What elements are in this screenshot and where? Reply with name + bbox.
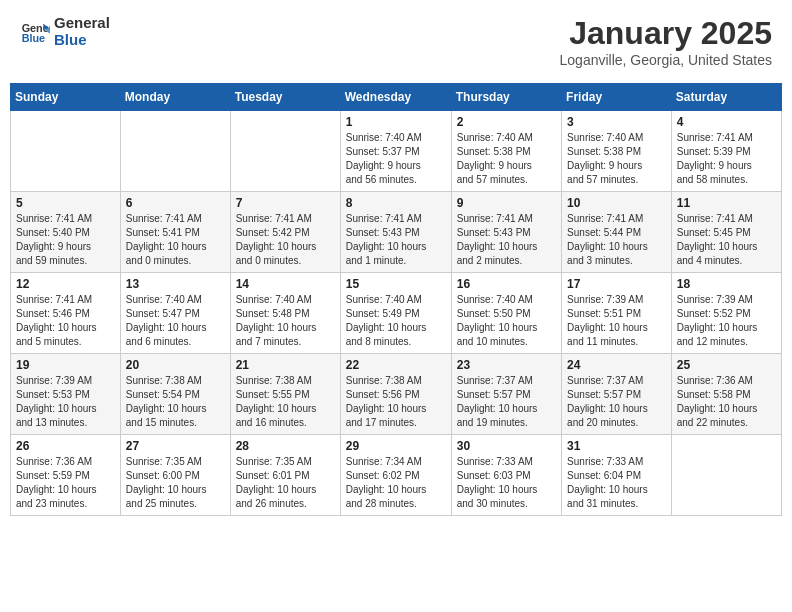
calendar-cell: 7Sunrise: 7:41 AMSunset: 5:42 PMDaylight… [230, 192, 340, 273]
calendar-cell [671, 435, 781, 516]
day-number: 9 [457, 196, 556, 210]
calendar-cell: 8Sunrise: 7:41 AMSunset: 5:43 PMDaylight… [340, 192, 451, 273]
day-info: Sunrise: 7:40 AMSunset: 5:48 PMDaylight:… [236, 293, 335, 349]
weekday-header-friday: Friday [562, 84, 672, 111]
calendar-cell: 29Sunrise: 7:34 AMSunset: 6:02 PMDayligh… [340, 435, 451, 516]
day-number: 24 [567, 358, 666, 372]
day-info: Sunrise: 7:41 AMSunset: 5:42 PMDaylight:… [236, 212, 335, 268]
day-info: Sunrise: 7:40 AMSunset: 5:49 PMDaylight:… [346, 293, 446, 349]
day-info: Sunrise: 7:36 AMSunset: 5:58 PMDaylight:… [677, 374, 776, 430]
day-info: Sunrise: 7:40 AMSunset: 5:38 PMDaylight:… [457, 131, 556, 187]
day-info: Sunrise: 7:34 AMSunset: 6:02 PMDaylight:… [346, 455, 446, 511]
day-number: 19 [16, 358, 115, 372]
calendar-cell: 3Sunrise: 7:40 AMSunset: 5:38 PMDaylight… [562, 111, 672, 192]
calendar-cell: 30Sunrise: 7:33 AMSunset: 6:03 PMDayligh… [451, 435, 561, 516]
day-number: 6 [126, 196, 225, 210]
calendar-cell: 23Sunrise: 7:37 AMSunset: 5:57 PMDayligh… [451, 354, 561, 435]
calendar-cell: 11Sunrise: 7:41 AMSunset: 5:45 PMDayligh… [671, 192, 781, 273]
calendar-cell: 26Sunrise: 7:36 AMSunset: 5:59 PMDayligh… [11, 435, 121, 516]
calendar-week-4: 19Sunrise: 7:39 AMSunset: 5:53 PMDayligh… [11, 354, 782, 435]
day-info: Sunrise: 7:40 AMSunset: 5:37 PMDaylight:… [346, 131, 446, 187]
day-number: 7 [236, 196, 335, 210]
calendar-cell: 4Sunrise: 7:41 AMSunset: 5:39 PMDaylight… [671, 111, 781, 192]
logo-general: General [54, 15, 110, 32]
calendar-cell: 19Sunrise: 7:39 AMSunset: 5:53 PMDayligh… [11, 354, 121, 435]
calendar-cell: 21Sunrise: 7:38 AMSunset: 5:55 PMDayligh… [230, 354, 340, 435]
calendar-cell: 20Sunrise: 7:38 AMSunset: 5:54 PMDayligh… [120, 354, 230, 435]
calendar-week-1: 1Sunrise: 7:40 AMSunset: 5:37 PMDaylight… [11, 111, 782, 192]
day-number: 18 [677, 277, 776, 291]
calendar-cell: 14Sunrise: 7:40 AMSunset: 5:48 PMDayligh… [230, 273, 340, 354]
location-title: Loganville, Georgia, United States [560, 52, 772, 68]
weekday-header-saturday: Saturday [671, 84, 781, 111]
logo-blue: Blue [54, 32, 110, 49]
calendar-cell: 22Sunrise: 7:38 AMSunset: 5:56 PMDayligh… [340, 354, 451, 435]
day-number: 16 [457, 277, 556, 291]
day-info: Sunrise: 7:33 AMSunset: 6:03 PMDaylight:… [457, 455, 556, 511]
day-info: Sunrise: 7:40 AMSunset: 5:38 PMDaylight:… [567, 131, 666, 187]
day-number: 14 [236, 277, 335, 291]
day-info: Sunrise: 7:41 AMSunset: 5:41 PMDaylight:… [126, 212, 225, 268]
calendar-cell: 18Sunrise: 7:39 AMSunset: 5:52 PMDayligh… [671, 273, 781, 354]
day-info: Sunrise: 7:39 AMSunset: 5:52 PMDaylight:… [677, 293, 776, 349]
day-number: 23 [457, 358, 556, 372]
weekday-header-sunday: Sunday [11, 84, 121, 111]
calendar-cell: 15Sunrise: 7:40 AMSunset: 5:49 PMDayligh… [340, 273, 451, 354]
day-info: Sunrise: 7:38 AMSunset: 5:55 PMDaylight:… [236, 374, 335, 430]
day-number: 21 [236, 358, 335, 372]
day-number: 4 [677, 115, 776, 129]
calendar-cell: 27Sunrise: 7:35 AMSunset: 6:00 PMDayligh… [120, 435, 230, 516]
page-header: General Blue General Blue January 2025 L… [10, 10, 782, 73]
day-number: 25 [677, 358, 776, 372]
calendar-cell [120, 111, 230, 192]
weekday-header-thursday: Thursday [451, 84, 561, 111]
calendar-cell [230, 111, 340, 192]
calendar-cell: 31Sunrise: 7:33 AMSunset: 6:04 PMDayligh… [562, 435, 672, 516]
day-number: 15 [346, 277, 446, 291]
svg-text:Blue: Blue [22, 32, 45, 44]
calendar-cell: 9Sunrise: 7:41 AMSunset: 5:43 PMDaylight… [451, 192, 561, 273]
day-number: 8 [346, 196, 446, 210]
day-info: Sunrise: 7:41 AMSunset: 5:43 PMDaylight:… [346, 212, 446, 268]
weekday-header-wednesday: Wednesday [340, 84, 451, 111]
month-title: January 2025 [560, 15, 772, 52]
day-info: Sunrise: 7:35 AMSunset: 6:00 PMDaylight:… [126, 455, 225, 511]
day-number: 3 [567, 115, 666, 129]
day-number: 22 [346, 358, 446, 372]
calendar-cell: 28Sunrise: 7:35 AMSunset: 6:01 PMDayligh… [230, 435, 340, 516]
day-number: 11 [677, 196, 776, 210]
day-info: Sunrise: 7:40 AMSunset: 5:50 PMDaylight:… [457, 293, 556, 349]
title-area: January 2025 Loganville, Georgia, United… [560, 15, 772, 68]
calendar-table: SundayMondayTuesdayWednesdayThursdayFrid… [10, 83, 782, 516]
day-number: 1 [346, 115, 446, 129]
weekday-header-tuesday: Tuesday [230, 84, 340, 111]
calendar-cell: 5Sunrise: 7:41 AMSunset: 5:40 PMDaylight… [11, 192, 121, 273]
day-number: 29 [346, 439, 446, 453]
calendar-cell: 6Sunrise: 7:41 AMSunset: 5:41 PMDaylight… [120, 192, 230, 273]
day-info: Sunrise: 7:37 AMSunset: 5:57 PMDaylight:… [457, 374, 556, 430]
weekday-header-monday: Monday [120, 84, 230, 111]
weekday-header-row: SundayMondayTuesdayWednesdayThursdayFrid… [11, 84, 782, 111]
calendar-cell: 25Sunrise: 7:36 AMSunset: 5:58 PMDayligh… [671, 354, 781, 435]
calendar-cell: 16Sunrise: 7:40 AMSunset: 5:50 PMDayligh… [451, 273, 561, 354]
calendar-cell: 10Sunrise: 7:41 AMSunset: 5:44 PMDayligh… [562, 192, 672, 273]
calendar-cell: 24Sunrise: 7:37 AMSunset: 5:57 PMDayligh… [562, 354, 672, 435]
day-number: 5 [16, 196, 115, 210]
calendar-cell: 13Sunrise: 7:40 AMSunset: 5:47 PMDayligh… [120, 273, 230, 354]
day-info: Sunrise: 7:41 AMSunset: 5:46 PMDaylight:… [16, 293, 115, 349]
day-info: Sunrise: 7:41 AMSunset: 5:40 PMDaylight:… [16, 212, 115, 268]
calendar-week-5: 26Sunrise: 7:36 AMSunset: 5:59 PMDayligh… [11, 435, 782, 516]
logo-icon: General Blue [20, 17, 50, 47]
calendar-week-3: 12Sunrise: 7:41 AMSunset: 5:46 PMDayligh… [11, 273, 782, 354]
day-number: 2 [457, 115, 556, 129]
day-info: Sunrise: 7:39 AMSunset: 5:53 PMDaylight:… [16, 374, 115, 430]
day-info: Sunrise: 7:40 AMSunset: 5:47 PMDaylight:… [126, 293, 225, 349]
day-info: Sunrise: 7:41 AMSunset: 5:45 PMDaylight:… [677, 212, 776, 268]
day-info: Sunrise: 7:35 AMSunset: 6:01 PMDaylight:… [236, 455, 335, 511]
calendar-cell: 12Sunrise: 7:41 AMSunset: 5:46 PMDayligh… [11, 273, 121, 354]
day-info: Sunrise: 7:41 AMSunset: 5:39 PMDaylight:… [677, 131, 776, 187]
calendar-cell: 2Sunrise: 7:40 AMSunset: 5:38 PMDaylight… [451, 111, 561, 192]
day-number: 17 [567, 277, 666, 291]
logo: General Blue General Blue [20, 15, 110, 48]
day-info: Sunrise: 7:41 AMSunset: 5:44 PMDaylight:… [567, 212, 666, 268]
